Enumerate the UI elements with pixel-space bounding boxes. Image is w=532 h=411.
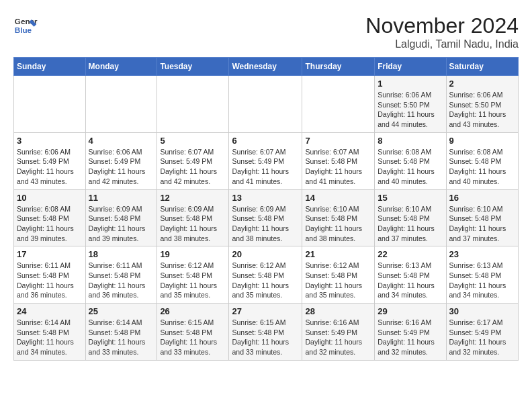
calendar-week-row: 10Sunrise: 6:08 AMSunset: 5:48 PMDayligh… — [14, 189, 519, 246]
header: General Blue November 2024 Lalgudi, Tami… — [13, 13, 519, 50]
calendar-cell: 2Sunrise: 6:06 AMSunset: 5:50 PMDaylight… — [446, 76, 518, 133]
calendar-week-row: 1Sunrise: 6:06 AMSunset: 5:50 PMDaylight… — [14, 76, 519, 133]
day-number: 25 — [89, 306, 154, 316]
calendar-cell: 19Sunrise: 6:12 AMSunset: 5:48 PMDayligh… — [157, 246, 229, 304]
day-info: Sunrise: 6:07 AMSunset: 5:49 PMDaylight:… — [232, 147, 299, 187]
logo: General Blue — [13, 13, 40, 38]
calendar-cell: 18Sunrise: 6:11 AMSunset: 5:48 PMDayligh… — [85, 246, 157, 304]
day-number: 2 — [449, 79, 515, 89]
calendar-cell: 8Sunrise: 6:08 AMSunset: 5:48 PMDaylight… — [375, 132, 446, 189]
calendar-cell: 22Sunrise: 6:13 AMSunset: 5:48 PMDayligh… — [375, 246, 446, 304]
day-number: 1 — [378, 79, 443, 89]
calendar-cell: 13Sunrise: 6:09 AMSunset: 5:48 PMDayligh… — [229, 189, 302, 246]
day-info: Sunrise: 6:06 AMSunset: 5:50 PMDaylight:… — [378, 90, 443, 130]
calendar-cell: 4Sunrise: 6:06 AMSunset: 5:49 PMDaylight… — [85, 132, 157, 189]
day-number: 13 — [232, 193, 299, 203]
day-info: Sunrise: 6:16 AMSunset: 5:49 PMDaylight:… — [305, 318, 371, 357]
day-number: 16 — [449, 193, 515, 203]
day-number: 21 — [305, 249, 371, 259]
day-info: Sunrise: 6:07 AMSunset: 5:48 PMDaylight:… — [305, 147, 371, 187]
calendar-cell: 17Sunrise: 6:11 AMSunset: 5:48 PMDayligh… — [14, 246, 86, 304]
day-info: Sunrise: 6:08 AMSunset: 5:48 PMDaylight:… — [378, 147, 443, 187]
calendar-cell — [85, 76, 157, 133]
day-info: Sunrise: 6:12 AMSunset: 5:48 PMDaylight:… — [160, 261, 226, 300]
day-info: Sunrise: 6:08 AMSunset: 5:48 PMDaylight:… — [449, 147, 515, 187]
day-info: Sunrise: 6:17 AMSunset: 5:49 PMDaylight:… — [449, 318, 515, 357]
day-number: 11 — [89, 193, 154, 203]
calendar-cell: 9Sunrise: 6:08 AMSunset: 5:48 PMDaylight… — [446, 132, 518, 189]
weekday-header-tuesday: Tuesday — [157, 58, 229, 76]
day-info: Sunrise: 6:12 AMSunset: 5:48 PMDaylight:… — [305, 261, 371, 300]
calendar-week-row: 17Sunrise: 6:11 AMSunset: 5:48 PMDayligh… — [14, 246, 519, 304]
weekday-header-wednesday: Wednesday — [229, 58, 302, 76]
calendar-cell: 28Sunrise: 6:16 AMSunset: 5:49 PMDayligh… — [302, 304, 375, 361]
day-number: 5 — [160, 136, 226, 146]
day-number: 29 — [378, 306, 443, 316]
day-info: Sunrise: 6:14 AMSunset: 5:48 PMDaylight:… — [89, 318, 154, 357]
calendar-week-row: 3Sunrise: 6:06 AMSunset: 5:49 PMDaylight… — [14, 132, 519, 189]
calendar-cell — [157, 76, 229, 133]
calendar-cell: 21Sunrise: 6:12 AMSunset: 5:48 PMDayligh… — [302, 246, 375, 304]
day-number: 22 — [378, 249, 443, 259]
calendar-cell: 23Sunrise: 6:13 AMSunset: 5:48 PMDayligh… — [446, 246, 518, 304]
day-number: 18 — [89, 249, 154, 259]
day-info: Sunrise: 6:11 AMSunset: 5:48 PMDaylight:… — [89, 261, 154, 300]
day-number: 7 — [305, 136, 371, 146]
day-number: 9 — [449, 136, 515, 146]
location-title: Lalgudi, Tamil Nadu, India — [365, 38, 519, 50]
calendar-cell: 24Sunrise: 6:14 AMSunset: 5:48 PMDayligh… — [14, 304, 86, 361]
calendar-cell: 10Sunrise: 6:08 AMSunset: 5:48 PMDayligh… — [14, 189, 86, 246]
day-number: 15 — [378, 193, 443, 203]
day-number: 20 — [232, 249, 299, 259]
day-number: 12 — [160, 193, 226, 203]
calendar-cell: 26Sunrise: 6:15 AMSunset: 5:48 PMDayligh… — [157, 304, 229, 361]
month-title: November 2024 — [365, 13, 519, 38]
day-number: 28 — [305, 306, 371, 316]
day-info: Sunrise: 6:10 AMSunset: 5:48 PMDaylight:… — [305, 204, 371, 244]
day-info: Sunrise: 6:12 AMSunset: 5:48 PMDaylight:… — [232, 261, 299, 300]
day-info: Sunrise: 6:16 AMSunset: 5:49 PMDaylight:… — [378, 318, 443, 357]
title-block: November 2024 Lalgudi, Tamil Nadu, India — [365, 13, 519, 50]
day-info: Sunrise: 6:10 AMSunset: 5:48 PMDaylight:… — [378, 204, 443, 244]
weekday-header-friday: Friday — [375, 58, 446, 76]
day-info: Sunrise: 6:06 AMSunset: 5:49 PMDaylight:… — [89, 147, 154, 187]
calendar-cell: 12Sunrise: 6:09 AMSunset: 5:48 PMDayligh… — [157, 189, 229, 246]
day-info: Sunrise: 6:14 AMSunset: 5:48 PMDaylight:… — [17, 318, 83, 357]
day-number: 8 — [378, 136, 443, 146]
calendar-cell — [14, 76, 86, 133]
day-info: Sunrise: 6:13 AMSunset: 5:48 PMDaylight:… — [378, 261, 443, 300]
calendar-cell: 6Sunrise: 6:07 AMSunset: 5:49 PMDaylight… — [229, 132, 302, 189]
calendar-cell: 1Sunrise: 6:06 AMSunset: 5:50 PMDaylight… — [375, 76, 446, 133]
calendar-cell: 27Sunrise: 6:15 AMSunset: 5:48 PMDayligh… — [229, 304, 302, 361]
calendar-cell — [229, 76, 302, 133]
calendar-cell — [302, 76, 375, 133]
calendar-cell: 15Sunrise: 6:10 AMSunset: 5:48 PMDayligh… — [375, 189, 446, 246]
day-number: 4 — [89, 136, 154, 146]
day-info: Sunrise: 6:10 AMSunset: 5:48 PMDaylight:… — [449, 204, 515, 244]
calendar-table: SundayMondayTuesdayWednesdayThursdayFrid… — [13, 57, 519, 361]
day-number: 27 — [232, 306, 299, 316]
day-number: 17 — [17, 249, 83, 259]
calendar-week-row: 24Sunrise: 6:14 AMSunset: 5:48 PMDayligh… — [14, 304, 519, 361]
calendar-cell: 14Sunrise: 6:10 AMSunset: 5:48 PMDayligh… — [302, 189, 375, 246]
day-info: Sunrise: 6:15 AMSunset: 5:48 PMDaylight:… — [160, 318, 226, 357]
weekday-header-monday: Monday — [85, 58, 157, 76]
weekday-header-saturday: Saturday — [446, 58, 518, 76]
calendar-cell: 3Sunrise: 6:06 AMSunset: 5:49 PMDaylight… — [14, 132, 86, 189]
day-number: 24 — [17, 306, 83, 316]
calendar-cell: 25Sunrise: 6:14 AMSunset: 5:48 PMDayligh… — [85, 304, 157, 361]
day-info: Sunrise: 6:06 AMSunset: 5:50 PMDaylight:… — [449, 90, 515, 130]
weekday-header-thursday: Thursday — [302, 58, 375, 76]
day-number: 30 — [449, 306, 515, 316]
day-info: Sunrise: 6:15 AMSunset: 5:48 PMDaylight:… — [232, 318, 299, 357]
svg-text:Blue: Blue — [15, 26, 32, 34]
day-info: Sunrise: 6:09 AMSunset: 5:48 PMDaylight:… — [160, 204, 226, 244]
calendar-cell: 16Sunrise: 6:10 AMSunset: 5:48 PMDayligh… — [446, 189, 518, 246]
day-info: Sunrise: 6:13 AMSunset: 5:48 PMDaylight:… — [449, 261, 515, 300]
day-number: 26 — [160, 306, 226, 316]
day-info: Sunrise: 6:08 AMSunset: 5:48 PMDaylight:… — [17, 204, 83, 244]
day-number: 23 — [449, 249, 515, 259]
day-number: 14 — [305, 193, 371, 203]
calendar-cell: 11Sunrise: 6:09 AMSunset: 5:48 PMDayligh… — [85, 189, 157, 246]
calendar-cell: 20Sunrise: 6:12 AMSunset: 5:48 PMDayligh… — [229, 246, 302, 304]
